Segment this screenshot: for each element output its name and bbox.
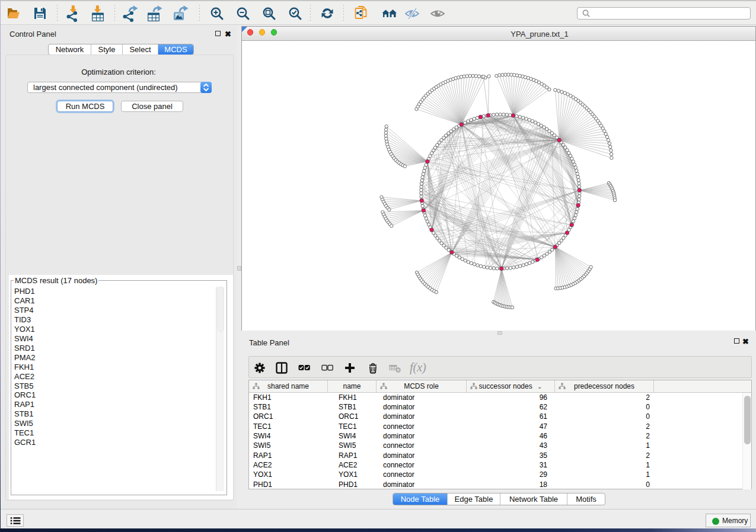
svg-text:f(x): f(x) xyxy=(410,361,426,374)
